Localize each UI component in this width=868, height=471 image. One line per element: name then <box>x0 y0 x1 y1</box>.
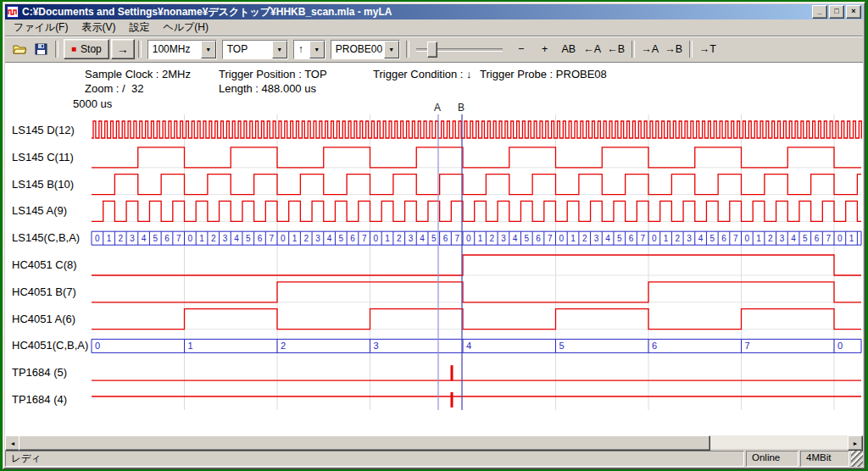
svg-text:1: 1 <box>199 234 204 243</box>
svg-text:6: 6 <box>721 234 726 243</box>
nav-button-←B[interactable]: ←B <box>605 40 627 58</box>
toolbar-separator <box>632 41 635 58</box>
svg-text:5: 5 <box>803 234 808 243</box>
nav-button-→A[interactable]: →A <box>639 40 661 58</box>
svg-text:5: 5 <box>339 234 344 243</box>
svg-text:7: 7 <box>548 234 553 243</box>
svg-text:1: 1 <box>107 234 112 243</box>
svg-text:0: 0 <box>652 234 657 243</box>
chevron-down-icon: ▼ <box>388 47 394 53</box>
svg-text:2: 2 <box>397 234 402 243</box>
svg-text:2: 2 <box>211 234 216 243</box>
svg-text:0: 0 <box>837 341 843 351</box>
svg-text:7: 7 <box>745 341 750 351</box>
svg-text:4: 4 <box>327 234 332 243</box>
svg-text:6: 6 <box>629 234 634 243</box>
probe-select[interactable]: PROBE00 ▼ <box>331 40 400 59</box>
waveform-client-area: Sample Clock : 2MHz Trigger Position : T… <box>5 63 863 435</box>
svg-text:5: 5 <box>153 234 159 243</box>
svg-text:1: 1 <box>849 234 854 243</box>
save-file-button[interactable] <box>31 40 51 58</box>
svg-text:0: 0 <box>837 234 843 243</box>
svg-text:3: 3 <box>594 234 599 243</box>
svg-text:5: 5 <box>559 341 565 351</box>
scroll-right-icon[interactable]: ► <box>848 435 863 451</box>
svg-text:7: 7 <box>454 234 459 243</box>
zoom-slider-thumb[interactable] <box>427 42 437 58</box>
minimize-icon[interactable]: _ <box>812 5 827 19</box>
app-icon <box>7 6 19 18</box>
svg-text:3: 3 <box>374 341 379 351</box>
svg-text:1: 1 <box>478 234 483 243</box>
run-button[interactable]: → <box>111 39 135 59</box>
svg-text:3: 3 <box>687 234 692 243</box>
svg-text:4: 4 <box>605 234 610 243</box>
scrollbar-thumb[interactable] <box>19 435 710 451</box>
title-bar[interactable]: C:¥Documents and Settings¥noname¥デスクトップ¥… <box>5 4 863 19</box>
open-folder-icon <box>13 43 27 55</box>
status-online: Online <box>746 451 798 467</box>
svg-text:2: 2 <box>675 234 680 243</box>
svg-text:6: 6 <box>258 234 263 243</box>
menu-item-2[interactable]: 設定 <box>122 19 156 36</box>
nav-button-+[interactable]: + <box>534 40 556 58</box>
svg-text:1: 1 <box>292 234 298 243</box>
menu-bar: ファイル(F)表示(V)設定ヘルプ(H) <box>5 19 863 36</box>
stop-button[interactable]: ■ Stop <box>64 39 109 59</box>
svg-text:5: 5 <box>710 234 715 243</box>
stop-label: Stop <box>81 43 102 55</box>
svg-text:3: 3 <box>223 234 228 243</box>
svg-text:7: 7 <box>362 234 367 243</box>
svg-text:4: 4 <box>420 234 425 243</box>
svg-text:6: 6 <box>652 341 657 351</box>
svg-text:1: 1 <box>756 234 761 243</box>
nav-button-←A[interactable]: ←A <box>581 40 604 58</box>
resize-grip[interactable] <box>851 451 863 467</box>
svg-text:2: 2 <box>768 234 773 243</box>
svg-text:4: 4 <box>466 341 471 351</box>
svg-text:3: 3 <box>409 234 414 243</box>
svg-text:3: 3 <box>780 234 785 243</box>
nav-button-AB[interactable]: AB <box>558 40 580 58</box>
status-ready: レディ <box>5 451 744 467</box>
nav-button-−[interactable]: − <box>510 40 532 58</box>
svg-text:0: 0 <box>188 234 193 243</box>
trigger-position-value: TOP <box>223 41 272 58</box>
svg-text:4: 4 <box>142 234 147 243</box>
zoom-slider[interactable] <box>416 41 503 58</box>
sample-clock-select[interactable]: 100MHz ▼ <box>147 40 217 59</box>
nav-button-→B[interactable]: →B <box>663 40 685 58</box>
svg-text:4: 4 <box>513 234 518 243</box>
svg-text:2: 2 <box>582 234 587 243</box>
svg-text:0: 0 <box>374 234 379 243</box>
svg-text:7: 7 <box>269 234 274 243</box>
nav-button-→T[interactable]: →T <box>697 40 719 58</box>
trigger-edge-select[interactable]: ↑ ▼ <box>293 40 326 59</box>
menu-item-3[interactable]: ヘルプ(H) <box>156 19 215 36</box>
svg-text:0: 0 <box>95 341 100 351</box>
run-arrow-icon: → <box>117 42 129 56</box>
svg-text:5: 5 <box>431 234 437 243</box>
trigger-position-select[interactable]: TOP ▼ <box>222 40 288 59</box>
horizontal-scrollbar[interactable]: ◄ ► <box>5 435 863 449</box>
svg-text:0: 0 <box>95 234 100 243</box>
length-readout: Length : 488.000 us <box>219 82 316 95</box>
save-floppy-icon <box>35 43 47 55</box>
svg-text:5: 5 <box>246 234 251 243</box>
svg-text:7: 7 <box>826 234 831 243</box>
menu-item-0[interactable]: ファイル(F) <box>7 19 75 36</box>
svg-text:7: 7 <box>640 234 645 243</box>
waveform-display[interactable]: 0123456701234567012345670123456701234567… <box>5 95 863 435</box>
svg-text:4: 4 <box>791 234 796 243</box>
svg-text:7: 7 <box>733 234 738 243</box>
svg-text:4: 4 <box>234 234 239 243</box>
svg-text:3: 3 <box>501 234 506 243</box>
menu-item-1[interactable]: 表示(V) <box>75 19 122 36</box>
close-icon[interactable]: × <box>846 5 861 19</box>
chevron-down-icon: ▼ <box>205 47 211 53</box>
svg-text:3: 3 <box>130 234 135 243</box>
chevron-down-icon: ▼ <box>276 47 282 53</box>
chevron-down-icon: ▼ <box>314 47 320 53</box>
maximize-icon[interactable]: □ <box>829 5 844 19</box>
open-file-button[interactable] <box>10 40 30 58</box>
